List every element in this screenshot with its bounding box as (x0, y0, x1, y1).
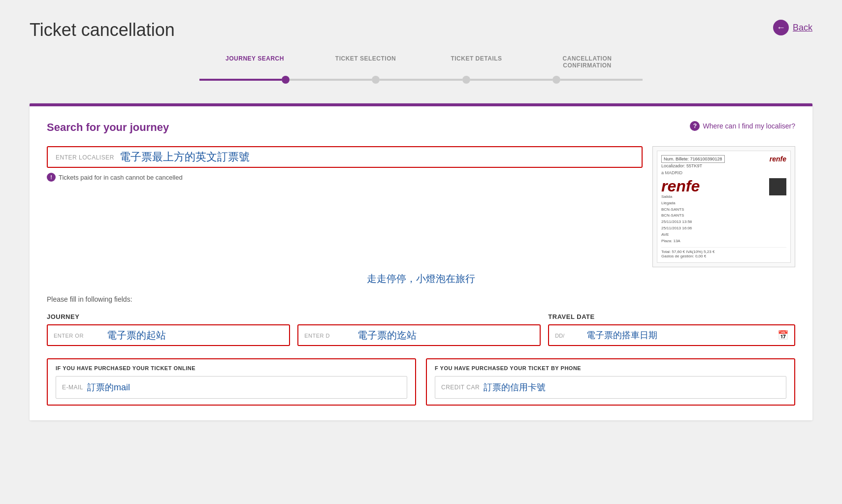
email-overlay: 訂票的mail (87, 381, 130, 393)
watermark: 走走停停，小燈泡在旅行 (47, 272, 795, 285)
origin-input[interactable] (54, 325, 103, 345)
ticket-loc: Localizador: 55TK9T (661, 163, 702, 168)
progress-section: JOURNEY SEARCH TICKET SELECTION TICKET D… (30, 55, 812, 84)
credit-placeholder: CREDIT CAR (441, 384, 480, 391)
destination-overlay: 電子票的迄站 (357, 329, 417, 342)
renfe-logo: renfe (770, 155, 786, 168)
destination-input[interactable] (304, 325, 354, 345)
fecha-salida: 25/11/2013 13:58 (661, 219, 766, 225)
qr-code (769, 178, 786, 195)
ticket-image-area: Num. Billete: 7166100390128 Localizador:… (652, 146, 795, 267)
page-title: Ticket cancellation (30, 20, 175, 40)
credit-input-wrapper[interactable]: CREDIT CAR 訂票的信用卡號 (435, 376, 786, 399)
origin-overlay: 電子票的起站 (107, 329, 166, 342)
localiser-input[interactable] (56, 147, 115, 167)
warning-icon: ! (47, 173, 56, 182)
gastos-label: Gastos de gestión: 0,00 € (661, 254, 786, 258)
track-dot-4 (552, 76, 560, 84)
step-label-cancellation: CANCELLATIONCONFIRMATION (563, 55, 612, 69)
step-label-journey-search: JOURNEY SEARCH (226, 55, 284, 62)
track-dot-1 (282, 76, 290, 84)
ave-label: AVE (661, 232, 766, 238)
phone-purchase-box: F YOU HAVE PURCHASED YOUR TICKET BY PHON… (426, 358, 795, 406)
renfe-big: renfe (661, 178, 766, 194)
back-button[interactable]: ← Back (773, 20, 812, 35)
back-arrow-icon: ← (773, 20, 789, 35)
credit-overlay: 訂票的信用卡號 (484, 381, 546, 393)
localiser-help-label: Where can I find my localiser? (703, 122, 795, 130)
localiser-help-link[interactable]: ? Where can I find my localiser? (690, 121, 795, 131)
fecha-llegada: 25/11/2013 16:06 (661, 225, 766, 232)
plaza-label: Plaza: 13A (661, 238, 766, 245)
destination-input-wrapper[interactable]: 電子票的迄站 (297, 324, 541, 346)
track-line-4 (470, 79, 552, 81)
date-overlay: 電子票的搭車日期 (586, 329, 777, 341)
salida-val: BCN-SANTS (661, 207, 766, 213)
track-line-5 (560, 79, 643, 81)
madrid-dest: a MADRID (661, 170, 786, 175)
fill-fields-label: Please fill in following fields: (47, 295, 795, 303)
track-dot-3 (462, 76, 470, 84)
total-label: Total: 57,60 € IVA(10%) 5,23 € (661, 250, 786, 254)
date-input-wrapper[interactable]: 電子票的搭車日期 📅 (548, 324, 795, 346)
journey-label: JOURNEY (47, 313, 541, 320)
track-dot-2 (372, 76, 380, 84)
step-label-ticket-selection: TICKET SELECTION (335, 55, 396, 62)
warning-text: Tickets paid for in cash cannot be cance… (59, 174, 183, 181)
back-label: Back (793, 23, 812, 33)
form-card: Search for your journey ? Where can I fi… (30, 103, 812, 420)
help-icon: ? (690, 121, 700, 131)
form-section-title: Search for your journey (47, 121, 169, 134)
purchase-row: IF YOU HAVE PURCHASED YOUR TICKET ONLINE… (47, 358, 795, 406)
cash-warning: ! Tickets paid for in cash cannot be can… (47, 173, 643, 182)
track-line-2 (290, 79, 372, 81)
email-input-wrapper[interactable]: E-MAIL 訂票的mail (56, 376, 407, 399)
online-purchase-title: IF YOU HAVE PURCHASED YOUR TICKET ONLINE (56, 365, 407, 371)
llegada-label: Llegada (661, 200, 766, 207)
localiser-input-wrapper[interactable]: 電子票最上方的英文訂票號 (47, 146, 643, 168)
llegada-val: BCN-SANTS (661, 213, 766, 219)
online-purchase-box: IF YOU HAVE PURCHASED YOUR TICKET ONLINE… (47, 358, 416, 406)
date-input[interactable] (555, 325, 584, 345)
track-line-1 (199, 79, 282, 81)
phone-purchase-title: F YOU HAVE PURCHASED YOUR TICKET BY PHON… (435, 365, 786, 371)
track-line-3 (380, 79, 462, 81)
localiser-overlay: 電子票最上方的英文訂票號 (120, 150, 250, 164)
travel-date-label: TRAVEL DATE (548, 313, 795, 320)
step-label-ticket-details: TICKET DETAILS (451, 55, 502, 62)
email-placeholder: E-MAIL (62, 384, 83, 391)
calendar-icon: 📅 (777, 330, 788, 341)
origin-input-wrapper[interactable]: 電子票的起站 (47, 324, 290, 346)
ticket-num: Num. Billete: 7166100390128 (661, 155, 725, 163)
